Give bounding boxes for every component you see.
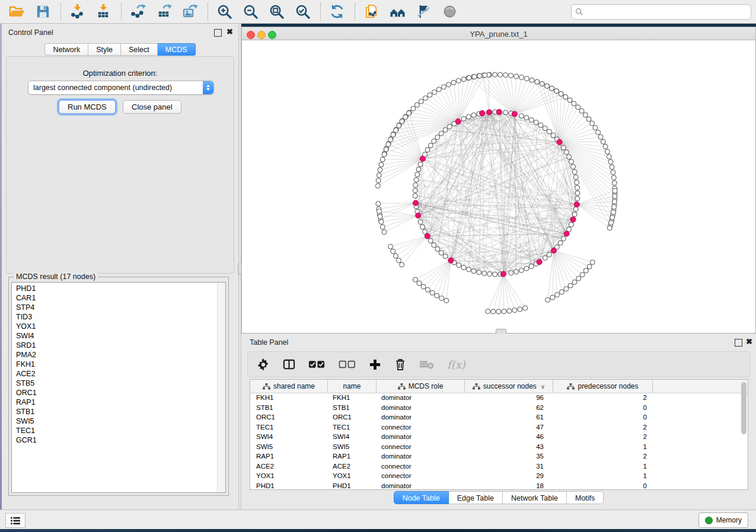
table-row[interactable]: YOX1YOX1connector291: [250, 471, 748, 481]
mcds-result-item[interactable]: YOX1: [16, 322, 218, 331]
tab-style[interactable]: Style: [88, 43, 121, 56]
table-cell[interactable]: YOX1: [328, 472, 377, 479]
mcds-result-item[interactable]: RAP1: [16, 398, 218, 407]
table-cell[interactable]: connector: [377, 424, 465, 431]
export-table-button[interactable]: [155, 2, 175, 21]
add-button[interactable]: [369, 357, 381, 372]
table-cell[interactable]: RAP1: [250, 453, 328, 460]
table-cell[interactable]: dominator: [377, 414, 465, 421]
table-scrollbar-thumb[interactable]: [741, 382, 747, 434]
network-canvas[interactable]: [241, 40, 756, 334]
refresh-layout-button[interactable]: [328, 2, 348, 21]
first-neighbors-button[interactable]: [388, 2, 409, 21]
table-cell[interactable]: dominator: [377, 482, 465, 489]
tab-mcds[interactable]: MCDS: [158, 43, 196, 56]
table-cell[interactable]: 35: [465, 453, 553, 460]
table-cell[interactable]: PHD1: [250, 482, 328, 489]
table-cell[interactable]: TEC1: [250, 424, 328, 431]
table-cell[interactable]: ACE2: [328, 463, 377, 470]
table-cell[interactable]: dominator: [377, 453, 465, 460]
mcds-result-item[interactable]: GCR1: [16, 435, 218, 445]
mcds-result-item[interactable]: SRD1: [16, 341, 218, 350]
table-cell[interactable]: SWI5: [328, 443, 377, 450]
table-cell[interactable]: ORC1: [328, 414, 377, 421]
table-cell[interactable]: SWI5: [250, 443, 328, 450]
mcds-result-item[interactable]: TID3: [16, 312, 218, 322]
table-row[interactable]: SWI5SWI5connector431: [250, 442, 748, 452]
table-cell[interactable]: ACE2: [250, 463, 328, 470]
mcds-result-item[interactable]: STB5: [16, 379, 218, 388]
tab-node-table[interactable]: Node Table: [394, 491, 449, 504]
table-cell[interactable]: RAP1: [328, 453, 377, 460]
table-cell[interactable]: FKH1: [328, 394, 377, 401]
table-cell[interactable]: dominator: [377, 394, 465, 401]
delete-button[interactable]: [394, 357, 406, 372]
tab-select[interactable]: Select: [121, 43, 158, 56]
table-cell[interactable]: 0: [553, 482, 653, 489]
table-row[interactable]: ORC1ORC1dominator610: [250, 412, 748, 422]
network-graph[interactable]: [242, 40, 755, 332]
table-row[interactable]: SWI4SWI4dominator462: [250, 432, 748, 442]
show-columns-button[interactable]: [283, 357, 295, 372]
table-cell[interactable]: 0: [553, 404, 653, 411]
table-cell[interactable]: TEC1: [328, 424, 377, 431]
table-cell[interactable]: 0: [553, 414, 653, 421]
table-cell[interactable]: SWI4: [328, 433, 377, 440]
table-cell[interactable]: 1: [553, 472, 653, 479]
mcds-result-item[interactable]: ACE2: [16, 369, 218, 379]
run-mcds-button[interactable]: Run MCDS: [59, 100, 116, 114]
new-network-from-selection-button[interactable]: [362, 2, 382, 21]
table-cell[interactable]: 2: [553, 424, 653, 431]
table-cell[interactable]: 2: [553, 433, 653, 440]
import-network-button[interactable]: [68, 2, 88, 21]
table-panel-float-icon[interactable]: [735, 339, 742, 347]
table-cell[interactable]: 18: [465, 482, 553, 489]
table-cell[interactable]: dominator: [377, 433, 465, 440]
hide-selected-button[interactable]: [414, 2, 435, 21]
close-panel-button[interactable]: Close panel: [123, 100, 181, 114]
table-cell[interactable]: 2: [553, 394, 653, 401]
search-input[interactable]: [586, 7, 747, 17]
mcds-result-item[interactable]: CAR1: [16, 293, 218, 303]
table-cell[interactable]: PHD1: [328, 482, 377, 489]
table-cell[interactable]: 46: [465, 433, 553, 440]
mcds-result-item[interactable]: SWI4: [16, 331, 218, 341]
mcds-result-item[interactable]: SWI5: [16, 416, 218, 426]
table-cell[interactable]: 2: [553, 453, 653, 460]
table-cell[interactable]: 62: [465, 404, 553, 411]
mcds-result-item[interactable]: ORC1: [16, 388, 218, 398]
table-cell[interactable]: STB1: [250, 404, 328, 411]
show-all-button[interactable]: [441, 2, 461, 21]
table-cell[interactable]: 47: [465, 424, 553, 431]
mcds-result-item[interactable]: FKH1: [16, 360, 218, 369]
mcds-result-item[interactable]: STB1: [16, 407, 218, 416]
table-cell[interactable]: 29: [465, 472, 553, 479]
table-row[interactable]: ACE2ACE2connector311: [250, 462, 748, 472]
open-session-button[interactable]: [8, 2, 28, 21]
table-cell[interactable]: 1: [553, 443, 653, 450]
table-cell[interactable]: 43: [465, 443, 553, 450]
mcds-list-scrollbar[interactable]: [217, 283, 225, 492]
table-row[interactable]: PHD1PHD1dominator180: [250, 481, 748, 490]
table-row[interactable]: TEC1TEC1connector472: [250, 422, 748, 432]
control-panel-close-icon[interactable]: ✖: [227, 28, 233, 36]
table-cell[interactable]: 61: [465, 414, 553, 421]
table-cell[interactable]: FKH1: [250, 394, 328, 401]
column-header-predecessor-nodes[interactable]: predecessor nodes: [553, 380, 653, 393]
column-header-shared-name[interactable]: shared name: [250, 380, 328, 393]
mcds-result-item[interactable]: STP4: [16, 303, 218, 312]
zoom-out-button[interactable]: [241, 2, 261, 21]
tab-network[interactable]: Network: [44, 43, 88, 56]
table-cell[interactable]: YOX1: [250, 472, 328, 479]
memory-button[interactable]: Memory: [698, 512, 748, 528]
save-session-button[interactable]: [34, 2, 54, 21]
table-cell[interactable]: STB1: [328, 404, 377, 411]
mcds-result-item[interactable]: PMA2: [16, 350, 218, 360]
mcds-result-item[interactable]: PHD1: [16, 284, 218, 293]
mcds-result-item[interactable]: TEC1: [16, 426, 218, 435]
criterion-dropdown[interactable]: largest connected component (undirected): [28, 81, 214, 95]
tab-network-table[interactable]: Network Table: [503, 491, 567, 504]
table-cell[interactable]: 96: [465, 394, 553, 401]
control-panel-float-icon[interactable]: [214, 29, 222, 37]
zoom-selected-button[interactable]: [294, 2, 314, 21]
